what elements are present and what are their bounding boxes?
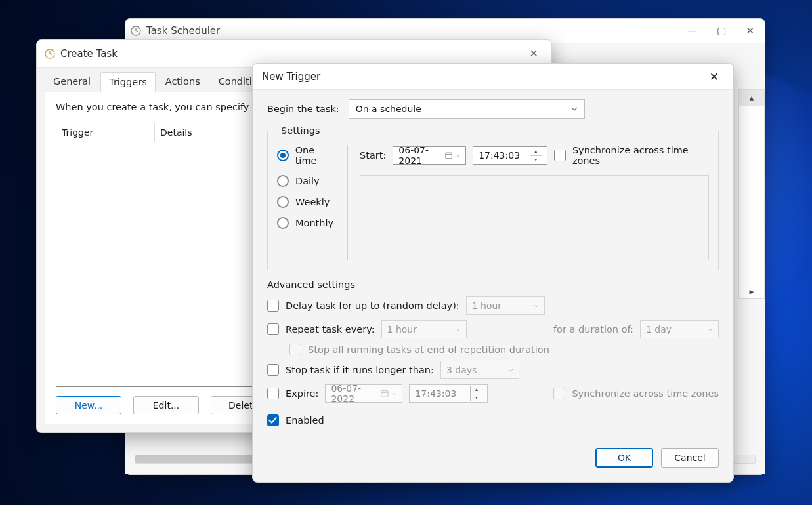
column-trigger[interactable]: Trigger	[56, 123, 155, 142]
radio-icon	[277, 150, 289, 161]
start-time-value: 17:43:03	[479, 150, 520, 161]
expire-time-input[interactable]: 17:43:03 ▴▾	[409, 384, 488, 403]
scheduler-side-panel: ▴ ▸	[738, 89, 765, 299]
new-trigger-title: New Trigger	[262, 71, 320, 83]
begin-task-label: Begin the task:	[267, 104, 339, 114]
calendar-icon	[381, 389, 389, 398]
expire-date-input[interactable]: 06-07-2022	[325, 384, 402, 403]
chevron-down-icon	[534, 304, 539, 308]
radio-one-time[interactable]: One time	[277, 145, 338, 166]
repeat-task-checkbox[interactable]: Repeat task every:	[267, 323, 375, 335]
start-date-input[interactable]: 06-07-2021	[393, 146, 466, 165]
clock-icon	[45, 49, 55, 59]
new-trigger-titlebar[interactable]: New Trigger ✕	[253, 64, 733, 90]
checkbox-icon	[554, 150, 566, 161]
time-spinner[interactable]: ▴▾	[470, 386, 482, 401]
expire-checkbox[interactable]: Expire:	[267, 388, 318, 399]
delay-task-checkbox[interactable]: Delay task for up to (random delay):	[267, 300, 459, 312]
tab-general[interactable]: General	[45, 71, 99, 92]
begin-task-select[interactable]: On a schedule	[349, 99, 585, 119]
radio-monthly[interactable]: Monthly	[277, 217, 338, 229]
chevron-down-icon	[456, 328, 461, 331]
close-icon[interactable]: ✕	[524, 45, 544, 62]
expand-right-icon[interactable]: ▸	[739, 283, 764, 298]
delay-value-select[interactable]: 1 hour	[466, 296, 545, 315]
checkbox-icon	[553, 388, 565, 399]
checkbox-icon	[267, 323, 279, 335]
close-button[interactable]: ✕	[746, 25, 754, 37]
chevron-down-icon	[708, 328, 713, 331]
enabled-checkbox[interactable]: Enabled	[267, 414, 324, 426]
new-trigger-dialog: New Trigger ✕ Begin the task: On a sched…	[252, 63, 734, 483]
advanced-settings-label: Advanced settings	[267, 279, 719, 290]
clock-icon	[131, 26, 141, 36]
start-label: Start:	[360, 150, 386, 161]
radio-daily[interactable]: Daily	[277, 175, 338, 187]
svg-rect-2	[446, 153, 452, 159]
chevron-down-icon	[456, 154, 460, 157]
settings-group: Settings One time Daily Weekly Monthly S…	[267, 125, 719, 270]
chevron-down-icon	[508, 369, 513, 372]
radio-weekly[interactable]: Weekly	[277, 196, 338, 208]
edit-trigger-button[interactable]: Edit...	[133, 396, 199, 414]
checkbox-icon	[267, 364, 279, 376]
start-date-value: 06-07-2021	[398, 145, 440, 166]
repeat-interval-select[interactable]: 1 hour	[381, 320, 467, 338]
checkbox-icon	[289, 344, 301, 355]
stop-at-end-checkbox[interactable]: Stop all running tasks at end of repetit…	[289, 344, 549, 355]
chevron-down-icon	[571, 107, 578, 111]
scheduler-title: Task Scheduler	[146, 25, 220, 37]
close-icon[interactable]: ✕	[704, 68, 724, 86]
ok-button[interactable]: OK	[595, 448, 653, 468]
radio-icon	[277, 175, 289, 187]
tab-actions[interactable]: Actions	[157, 71, 209, 92]
expire-sync-checkbox[interactable]: Synchronize across time zones	[553, 388, 719, 399]
stop-duration-select[interactable]: 3 days	[440, 361, 519, 379]
frequency-options: One time Daily Weekly Monthly	[277, 145, 348, 260]
checkbox-icon	[267, 300, 279, 312]
repeat-duration-label: for a duration of:	[553, 324, 633, 334]
checkbox-icon	[267, 388, 279, 399]
create-task-title: Create Task	[60, 48, 118, 60]
time-spinner[interactable]: ▴▾	[530, 148, 542, 163]
svg-rect-3	[381, 391, 388, 397]
maximize-button[interactable]: ▢	[717, 25, 726, 37]
chevron-down-icon	[393, 392, 397, 395]
cancel-button[interactable]: Cancel	[661, 448, 719, 468]
minimize-button[interactable]: —	[687, 25, 697, 37]
settings-legend: Settings	[277, 125, 324, 136]
collapse-up-icon[interactable]: ▴	[739, 90, 764, 106]
radio-icon	[277, 196, 289, 208]
sync-timezones-checkbox[interactable]: Synchronize across time zones	[554, 145, 709, 166]
tab-triggers[interactable]: Triggers	[100, 72, 156, 92]
stop-if-longer-checkbox[interactable]: Stop task if it runs longer than:	[267, 364, 434, 376]
calendar-icon	[445, 151, 452, 160]
repeat-duration-select[interactable]: 1 day	[640, 320, 719, 338]
new-trigger-button[interactable]: New...	[56, 396, 121, 414]
radio-icon	[277, 217, 289, 229]
checkbox-checked-icon	[267, 414, 279, 426]
begin-task-value: On a schedule	[356, 104, 421, 114]
start-time-input[interactable]: 17:43:03 ▴▾	[473, 146, 547, 165]
schedule-detail-panel	[360, 175, 709, 260]
